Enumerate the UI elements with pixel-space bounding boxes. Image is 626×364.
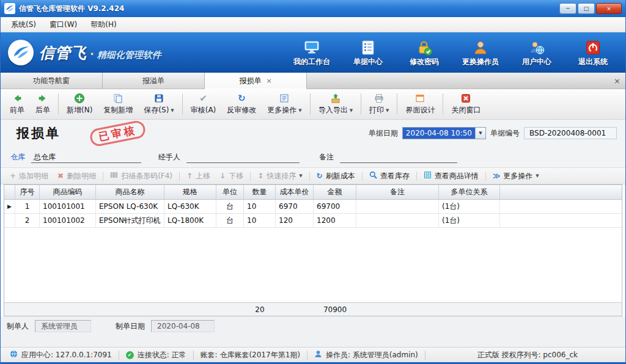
- tab-overflow-doc[interactable]: 报溢单: [103, 73, 205, 89]
- more-operations-button[interactable]: 更多操作▼: [262, 90, 307, 118]
- connection-ok-icon: ✔: [126, 351, 134, 359]
- menu-system[interactable]: 系统(S): [4, 18, 43, 32]
- amount-total: 70900: [314, 305, 356, 314]
- banner-action-label: 用户中心: [522, 57, 551, 67]
- next-doc-button[interactable]: 后单: [30, 90, 56, 118]
- button-label: 下移: [229, 171, 243, 181]
- tab-close-icon[interactable]: ×: [266, 77, 271, 85]
- button-label: 刷新成本: [326, 171, 355, 181]
- brand-tagline: 精细化管理软件: [97, 49, 161, 61]
- column-header[interactable]: 备注: [356, 185, 439, 199]
- add-plus-icon: +: [10, 172, 16, 180]
- new-doc-button[interactable]: 新增(N): [61, 90, 98, 118]
- connection-text: 连接状态: 正常: [138, 350, 186, 360]
- banner-action-switch-operator[interactable]: 更换操作员: [462, 38, 499, 67]
- tab-function-nav[interactable]: 功能导航窗: [1, 73, 103, 89]
- view-product-detail-button[interactable]: 查看商品详情: [419, 169, 483, 183]
- close-button[interactable]: ×: [596, 3, 622, 14]
- doc-date-field[interactable]: 2020-04-08 10:50 ▼: [402, 127, 486, 139]
- banner-action-workbench[interactable]: 我的工作台: [293, 38, 331, 67]
- add-detail-button[interactable]: + 添加明细: [6, 169, 53, 183]
- warehouse-label[interactable]: 仓库: [10, 152, 25, 162]
- app-window: 信管飞仓库管理软件 V9.2.424 ─ □ × 系统(S) 窗口(W) 帮助(…: [0, 0, 626, 364]
- button-label: 保存(S): [144, 105, 169, 115]
- print-button[interactable]: 打印▼: [364, 90, 394, 118]
- banner-action-exit[interactable]: 退出系统: [574, 38, 612, 67]
- prev-arrow-icon: [12, 93, 23, 104]
- cell-spec: LQ-630K: [164, 200, 216, 213]
- magnifier-icon: [369, 171, 377, 181]
- exit-system-icon: [585, 38, 601, 56]
- change-password-icon: [416, 38, 432, 56]
- tabbar-close-icon[interactable]: ×: [614, 76, 620, 86]
- unaudit-button[interactable]: ↻ 反审修改: [221, 90, 262, 118]
- column-header[interactable]: 商品编码: [40, 185, 96, 199]
- banner-action-label: 退出系统: [578, 57, 608, 67]
- cell-multi-unit: (1台): [439, 200, 500, 213]
- caret-down-icon: ▼: [386, 108, 389, 113]
- audit-button[interactable]: ✔ 审核(A): [185, 90, 222, 118]
- column-header[interactable]: 成本单价: [276, 185, 314, 199]
- doc-date-label: 单据日期: [369, 128, 398, 139]
- import-export-button[interactable]: 导入导出▼: [313, 90, 358, 118]
- scan-barcode-button[interactable]: 扫描条形码(F4): [106, 169, 177, 183]
- detail-toolbar-separator: [179, 172, 180, 181]
- banner-action-change-password[interactable]: 修改密码: [405, 38, 443, 67]
- cell-cost-price: 6970: [276, 200, 314, 213]
- remark-field[interactable]: [340, 151, 457, 163]
- warehouse-field[interactable]: 总仓库: [31, 151, 141, 163]
- move-up-button[interactable]: ↑ 上移: [182, 169, 215, 183]
- delete-cross-icon: ✖: [57, 172, 64, 180]
- view-stock-button[interactable]: 查看库存: [365, 169, 414, 183]
- handler-label: 经手人: [158, 152, 180, 162]
- cell-filler: [500, 200, 622, 213]
- menu-window[interactable]: 窗口(W): [43, 18, 84, 32]
- delete-detail-button[interactable]: ✖ 删除明细: [53, 169, 100, 183]
- remark-label: 备注: [319, 152, 334, 162]
- grid-header-row: 序号 商品编码 商品名称 规格 单位 数量 成本单价 金额 备注 多单位关系: [4, 185, 622, 200]
- toolbar-separator: [443, 93, 443, 115]
- doc-date-value[interactable]: 2020-04-08 10:50: [403, 128, 475, 139]
- copy-new-button[interactable]: 复制新增: [98, 90, 138, 118]
- operator-text: 操作员: 系统管理员(admin): [326, 350, 418, 360]
- doc-number-field[interactable]: BSD-20200408-0001: [524, 127, 617, 139]
- column-header[interactable]: 金额: [314, 185, 356, 199]
- close-window-button[interactable]: 关闭窗口: [446, 90, 486, 118]
- detail-more-operations-button[interactable]: ≫ 更多操作 ▼: [488, 169, 543, 183]
- button-label: 界面设计: [405, 105, 435, 115]
- refresh-cost-button[interactable]: ↻ 刷新成本: [312, 169, 359, 183]
- import-export-icon: [330, 93, 341, 104]
- maximize-button[interactable]: □: [578, 3, 595, 14]
- ui-design-button[interactable]: 界面设计: [400, 90, 440, 118]
- banner-action-label: 单据中心: [353, 57, 383, 67]
- column-header[interactable]: 序号: [15, 185, 40, 199]
- bottom-gap: [1, 336, 625, 347]
- account-text: 账套: 仓库账套(2017年第1期): [201, 350, 300, 360]
- quick-sort-button[interactable]: ↕ 快速排序 ▼: [253, 169, 306, 183]
- table-row[interactable]: 2 100101002 EPSON针式打印机 LQ-1800K 台 10 120…: [4, 214, 622, 228]
- button-label: 打印: [369, 105, 384, 115]
- handler-field[interactable]: [186, 151, 300, 163]
- tab-damage-doc[interactable]: 报损单 ×: [205, 73, 307, 89]
- column-header[interactable]: 多单位关系: [439, 185, 500, 199]
- tab-label: 功能导航窗: [33, 76, 70, 86]
- brand-logo-icon: [8, 40, 34, 65]
- banner-action-document-center[interactable]: 单据中心: [349, 38, 387, 67]
- column-header[interactable]: 单位: [216, 185, 244, 199]
- column-header[interactable]: 数量: [244, 185, 276, 199]
- save-button[interactable]: 保存(S)▼: [138, 90, 179, 118]
- column-header[interactable]: 商品名称: [96, 185, 164, 199]
- workbench-icon: [304, 38, 320, 56]
- cell-qty: 10: [244, 200, 276, 213]
- move-down-button[interactable]: ↓ 下移: [215, 169, 248, 183]
- grid-empty-area: [4, 228, 622, 302]
- table-row[interactable]: ▶ 1 100101001 EPSON LQ-630K LQ-630K 台 10…: [4, 200, 622, 214]
- date-dropdown-icon[interactable]: ▼: [475, 128, 485, 139]
- cell-cost-price: 120: [276, 214, 314, 227]
- menu-help[interactable]: 帮助(H): [84, 18, 123, 32]
- column-header[interactable]: 规格: [164, 185, 216, 199]
- minimize-button[interactable]: ─: [559, 3, 576, 14]
- button-label: 新增(N): [67, 105, 92, 115]
- prev-doc-button[interactable]: 前单: [4, 90, 30, 118]
- banner-action-user-center[interactable]: 用户中心: [518, 38, 556, 67]
